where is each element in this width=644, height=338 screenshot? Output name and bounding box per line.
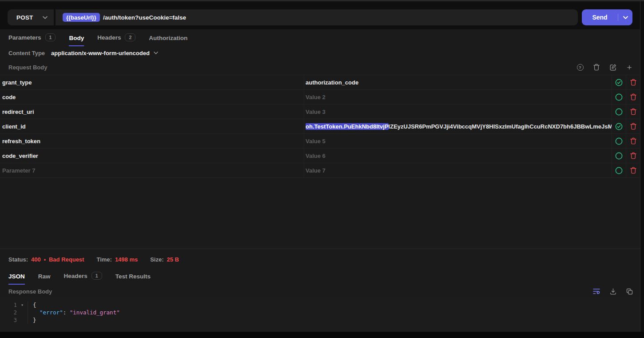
scrollbar-gutter[interactable]: [640, 1, 644, 332]
param-value-input[interactable]: Value 3: [306, 109, 326, 115]
tab-parameters[interactable]: Parameters 1: [8, 33, 56, 46]
param-key-input[interactable]: refresh_token: [2, 138, 40, 145]
param-value-input[interactable]: Value 7: [306, 167, 326, 174]
chevron-down-icon: [154, 52, 158, 54]
row-enabled-toggle-icon[interactable]: [612, 134, 626, 148]
request-body-title: Request Body: [8, 64, 47, 71]
method-dropdown[interactable]: POST: [8, 9, 54, 25]
delete-all-icon[interactable]: [592, 63, 601, 72]
code-line: 3 }: [0, 316, 640, 324]
param-value-input[interactable]: Value 6: [306, 153, 326, 159]
param-key-input[interactable]: code: [2, 94, 16, 101]
tab-raw[interactable]: Raw: [38, 273, 51, 285]
base-url-variable-chip[interactable]: {{baseUrl}}: [63, 13, 100, 22]
chevron-down-icon: [43, 16, 48, 19]
content-type-row: Content Type application/x-www-form-urle…: [0, 46, 640, 60]
fold-caret-icon[interactable]: ▾: [17, 302, 28, 307]
send-button[interactable]: Send: [582, 9, 632, 25]
code-text: {: [28, 301, 36, 309]
tab-label: Raw: [38, 273, 51, 280]
tab-label: JSON: [8, 273, 25, 280]
tab-label: Authorization: [149, 35, 187, 41]
download-icon[interactable]: [608, 287, 617, 296]
param-key-input[interactable]: code_verifier: [2, 153, 38, 159]
rest-client-panel: POST {{baseUrl}} /auth/token?useCookie=f…: [0, 1, 640, 332]
word-wrap-icon[interactable]: [592, 287, 601, 296]
status-bullet: •: [44, 257, 46, 263]
param-value-input[interactable]: Value 2: [306, 94, 326, 101]
response-body-toolbar: [592, 287, 634, 296]
method-label: POST: [16, 14, 33, 21]
response-body-title: Response Body: [8, 288, 52, 295]
row-delete-icon[interactable]: [626, 134, 640, 148]
url-input[interactable]: {{baseUrl}} /auth/token?useCookie=false: [56, 9, 578, 25]
status-code: 400: [31, 256, 41, 263]
row-enabled-toggle-icon[interactable]: [612, 149, 626, 163]
tab-label: Headers: [64, 273, 87, 279]
param-value-input[interactable]: IZEyzUJSR6PmPGVJji4VibccqMVjY8HISxzImUfa…: [389, 123, 612, 130]
param-key-input[interactable]: client_id: [2, 123, 26, 130]
app-window: POST {{baseUrl}} /auth/token?useCookie=f…: [0, 0, 644, 338]
form-params-table: grant_type authorization_code code Value…: [0, 75, 640, 178]
row-delete-icon[interactable]: [626, 119, 640, 133]
request-body-header: Request Body ? +: [0, 60, 640, 75]
tab-headers[interactable]: Headers 2: [97, 33, 135, 46]
response-json-viewer: 1 ▾ { 2 "error": "invalid_grant" 3 }: [0, 298, 640, 332]
selected-text: oh.TestToken.PuEhkNbd8ItvjP: [306, 123, 389, 130]
size-value: 25 B: [167, 256, 179, 263]
tab-body[interactable]: Body: [69, 35, 84, 46]
response-body-header: Response Body: [0, 285, 640, 298]
tab-response-headers[interactable]: Headers 1: [64, 272, 102, 285]
size-label: Size:: [150, 256, 163, 263]
row-enabled-toggle-icon[interactable]: [612, 105, 626, 119]
time-value: 1498 ms: [115, 256, 138, 263]
table-row: client_id oh.TestToken.PuEhkNbd8ItvjPIZE…: [0, 119, 640, 134]
table-row: redirect_uri Value 3: [0, 105, 640, 119]
table-row: grant_type authorization_code: [0, 75, 640, 90]
help-icon[interactable]: ?: [576, 63, 584, 72]
tab-authorization[interactable]: Authorization: [149, 35, 187, 46]
copy-icon[interactable]: [625, 287, 634, 296]
request-tabs: Parameters 1 Body Headers 2 Authorizatio…: [0, 29, 640, 46]
edit-icon[interactable]: [608, 63, 617, 72]
code-line: 2 "error": "invalid_grant": [0, 309, 640, 316]
status-label: Status:: [8, 256, 28, 263]
row-enabled-toggle-icon[interactable]: [612, 163, 626, 177]
param-value-input[interactable]: authorization_code: [306, 79, 358, 86]
param-key-input[interactable]: grant_type: [2, 79, 32, 86]
row-enabled-toggle-icon[interactable]: [612, 90, 626, 104]
code-line: 1 ▾ {: [0, 301, 640, 309]
tab-label: Headers: [97, 34, 121, 41]
content-type-select[interactable]: application/x-www-form-urlencoded: [51, 50, 150, 56]
code-text: "error": "invalid_grant": [28, 309, 120, 316]
send-options-chevron-icon[interactable]: [618, 16, 632, 19]
param-key-input[interactable]: redirect_uri: [2, 109, 34, 115]
empty-area: [0, 178, 640, 249]
line-number: 2: [0, 310, 17, 316]
row-delete-icon[interactable]: [626, 75, 640, 89]
row-delete-icon[interactable]: [626, 90, 640, 104]
tab-count-badge: 1: [91, 272, 102, 280]
status-text: Bad Request: [49, 256, 84, 263]
row-delete-icon[interactable]: [626, 105, 640, 119]
time-label: Time:: [96, 256, 111, 263]
tab-count-badge: 1: [45, 33, 56, 41]
line-number: 3: [0, 317, 17, 323]
response-status-bar: Status: 400 • Bad Request Time: 1498 ms …: [0, 249, 640, 270]
row-enabled-toggle-icon[interactable]: [612, 119, 626, 133]
tab-json[interactable]: JSON: [8, 273, 25, 285]
content-type-label: Content Type: [8, 50, 45, 56]
code-text: }: [28, 316, 36, 324]
send-button-label: Send: [582, 14, 618, 21]
row-enabled-toggle-icon[interactable]: [612, 75, 626, 89]
tab-label: Test Results: [115, 273, 151, 280]
param-key-input[interactable]: Parameter 7: [2, 167, 35, 174]
table-row: Parameter 7 Value 7: [0, 163, 640, 178]
param-value-input[interactable]: Value 5: [306, 138, 326, 145]
row-delete-icon[interactable]: [626, 149, 640, 163]
row-delete-icon[interactable]: [626, 163, 640, 177]
tab-test-results[interactable]: Test Results: [115, 273, 151, 285]
request-body-toolbar: ? +: [576, 63, 634, 72]
add-row-icon[interactable]: +: [625, 63, 634, 72]
response-tabs: JSON Raw Headers 1 Test Results: [0, 270, 640, 285]
